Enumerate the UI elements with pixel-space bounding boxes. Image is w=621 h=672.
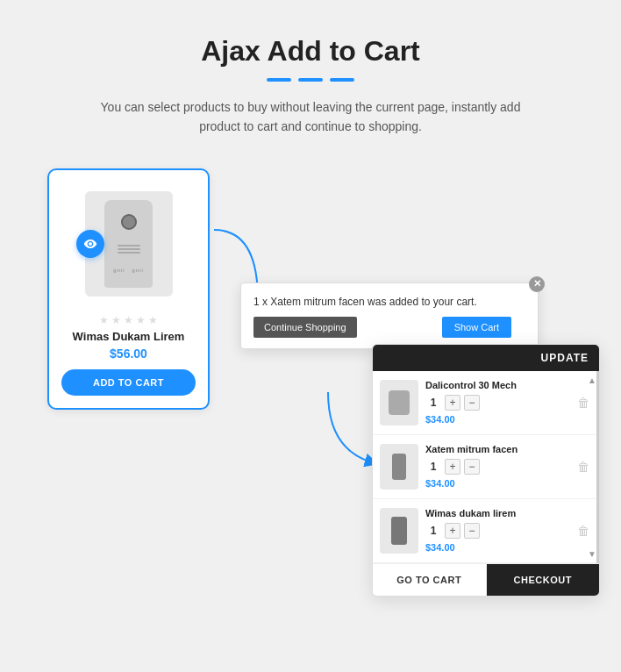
cart-panel: UPDATE Dalicontrol 30 Mech 1 + −: [372, 344, 600, 597]
camera-circle: [121, 214, 137, 230]
page-title: Ajax Add to Cart: [201, 35, 420, 68]
add-to-cart-button[interactable]: ADD TO CART: [61, 369, 196, 396]
cart-item-details: Wimas dukam lirem 1 + − $34.00: [425, 508, 570, 553]
cart-item: Wimas dukam lirem 1 + − $34.00 🗑: [373, 499, 596, 563]
cart-item-name: Dalicontrol 30 Mech: [425, 380, 570, 390]
cart-item-image: [380, 380, 418, 425]
go-to-cart-button[interactable]: GO TO CART: [373, 564, 487, 596]
cart-item-details: Dalicontrol 30 Mech 1 + − $34.00: [425, 380, 570, 425]
notification-popup: ✕ 1 x Xatem mitrum facen was added to yo…: [240, 282, 539, 349]
qty-controls: 1 + −: [425, 523, 570, 539]
demo-area: gnii gnii ★ ★ ★ ★ ★ Wimas Dukam Lirem $5…: [21, 168, 600, 625]
checkout-button[interactable]: CHECKOUT: [487, 564, 600, 596]
product-name: Wimas Dukam Lirem: [73, 330, 185, 343]
star-rating: ★ ★ ★ ★ ★: [99, 314, 159, 325]
doorbell2-thumbnail: [391, 517, 407, 545]
doorbell-thumbnail: [392, 454, 406, 480]
cart-item-details: Xatem mitrum facen 1 + − $34.00: [425, 444, 570, 489]
continue-shopping-button[interactable]: Continue Shopping: [253, 317, 357, 338]
notification-message: 1 x Xatem mitrum facen was added to your…: [253, 296, 511, 308]
qty-decrease-button[interactable]: −: [464, 395, 480, 411]
cart-item-price: $34.00: [425, 478, 570, 489]
cart-update-header: UPDATE: [373, 345, 599, 371]
cart-item-image: [380, 444, 418, 490]
product-image-wrapper: gnii gnii: [68, 182, 190, 305]
qty-increase-button[interactable]: +: [445, 459, 460, 475]
cart-item: Dalicontrol 30 Mech 1 + − $34.00 🗑: [373, 371, 596, 435]
qty-controls: 1 + −: [425, 459, 570, 475]
cart-items-list: Dalicontrol 30 Mech 1 + − $34.00 🗑: [373, 371, 599, 563]
qty-decrease-button[interactable]: −: [464, 523, 480, 539]
product-card: gnii gnii ★ ★ ★ ★ ★ Wimas Dukam Lirem $5…: [47, 168, 210, 410]
notification-buttons: Continue Shopping Show Cart: [253, 317, 511, 338]
doorbell-illustration: gnii gnii: [104, 200, 153, 288]
speaker-grille: [118, 245, 140, 254]
qty-number: 1: [425, 397, 441, 409]
cart-item-name: Xatem mitrum facen: [425, 444, 570, 454]
close-button[interactable]: ✕: [529, 276, 545, 292]
show-cart-button[interactable]: Show Cart: [442, 317, 511, 338]
cart-footer: GO TO CART CHECKOUT: [373, 563, 599, 596]
cart-item-price: $34.00: [425, 542, 570, 553]
speaker-thumbnail: [389, 390, 410, 415]
brand-text: gnii gnii: [113, 268, 144, 273]
product-price: $56.00: [110, 347, 147, 361]
eye-icon: [83, 237, 97, 251]
scroll-indicators: ▲ ▼: [588, 375, 596, 559]
cart-item-image: [380, 508, 418, 554]
page-subtitle: You can select products to buy without l…: [82, 97, 539, 137]
cart-item-name: Wimas dukam lirem: [425, 508, 570, 518]
qty-number: 1: [425, 461, 441, 473]
cart-item-price: $34.00: [425, 414, 570, 425]
scroll-down-icon[interactable]: ▼: [588, 549, 596, 559]
divider-decoration: [267, 78, 354, 82]
scroll-up-icon[interactable]: ▲: [588, 375, 596, 385]
quickview-button[interactable]: [76, 230, 104, 258]
qty-controls: 1 + −: [425, 395, 570, 411]
qty-decrease-button[interactable]: −: [464, 459, 480, 475]
cart-item: Xatem mitrum facen 1 + − $34.00 🗑: [373, 435, 596, 499]
qty-number: 1: [425, 525, 441, 537]
qty-increase-button[interactable]: +: [445, 395, 460, 411]
qty-increase-button[interactable]: +: [445, 523, 460, 539]
